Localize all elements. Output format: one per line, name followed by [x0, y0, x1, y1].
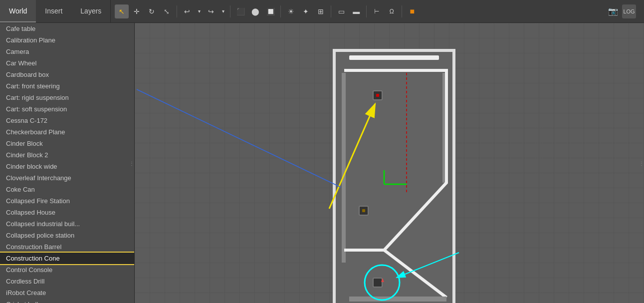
box-tool[interactable]: ⬛ — [233, 4, 247, 18]
redo-tool[interactable]: ↪ — [204, 4, 218, 18]
viewport[interactable]: ⋮ — [135, 23, 644, 303]
sidebar-item-construction-barrel[interactable]: Construction Barrel — [0, 241, 134, 253]
select-tool[interactable]: ↖ — [115, 4, 129, 18]
sidebar-item-collapsed-fire-station[interactable]: Collapsed Fire Station — [0, 195, 134, 207]
sidebar-item-cessna[interactable]: Cessna C-172 — [0, 115, 134, 126]
viewport-resize-handle[interactable]: ⋮ — [639, 160, 644, 166]
main-content: Cafe table Calibration Plane Camera Car … — [0, 23, 644, 303]
camera-button[interactable]: 📷 — [606, 4, 620, 18]
sidebar-item-coke-can[interactable]: Coke Can — [0, 184, 134, 195]
sidebar-item-camera[interactable]: Camera — [0, 46, 134, 57]
light-tool[interactable]: ✦ — [299, 4, 313, 18]
cylinder-tool[interactable]: 🔲 — [263, 4, 277, 18]
toolbar-right: 📷 LOG — [606, 4, 640, 18]
sidebar-item-cart-front[interactable]: Cart: front steering — [0, 80, 134, 92]
grid-tool[interactable]: ⊞ — [314, 4, 328, 18]
sidebar-item-irobot-create[interactable]: iRobot Create — [0, 287, 134, 299]
log-button[interactable]: LOG — [622, 4, 636, 18]
separator-1 — [177, 5, 177, 17]
tab-world[interactable]: World — [0, 0, 36, 22]
sidebar-item-cinder-block-wide[interactable]: Cinder block wide — [0, 161, 134, 172]
sidebar-item-cinder-block[interactable]: Cinder Block — [0, 138, 134, 149]
joint1-tool[interactable]: ⊢ — [370, 4, 384, 18]
undo-dropdown[interactable]: ▾ — [195, 4, 203, 18]
sidebar-item-cart-rigid[interactable]: Cart: rigid suspension — [0, 92, 134, 103]
sidebar-item-cardboard-box[interactable]: Cardboard box — [0, 69, 134, 80]
joint2-tool[interactable]: Ω — [385, 4, 399, 18]
sidebar-item-control-console[interactable]: Control Console — [0, 264, 134, 276]
move-tool[interactable]: ✛ — [130, 4, 144, 18]
sidebar-item-cart-soft[interactable]: Cart: soft suspension — [0, 103, 134, 115]
sidebar-item-cordless-drill[interactable]: Cordless Drill — [0, 276, 134, 287]
sidebar-item-collapsed-industrial[interactable]: Collapsed industrial buil... — [0, 218, 134, 230]
toolbar: ↖ ✛ ↻ ⤡ ↩ ▾ ↪ ▾ ⬛ ⬤ 🔲 ☀ ✦ ⊞ ▭ ▬ ⊢ Ω ■ 📷 … — [110, 0, 644, 22]
sphere-tool[interactable]: ⬤ — [248, 4, 262, 18]
tab-layers[interactable]: Layers — [71, 0, 110, 22]
grid-background — [135, 23, 644, 303]
tab-insert[interactable]: Insert — [36, 0, 71, 22]
sidebar: Cafe table Calibration Plane Camera Car … — [0, 23, 135, 303]
plane1-tool[interactable]: ▭ — [334, 4, 348, 18]
sidebar-item-collapsed-house[interactable]: Collapsed House — [0, 207, 134, 218]
sidebar-item-checkerboard[interactable]: Checkerboard Plane — [0, 126, 134, 138]
scale-tool[interactable]: ⤡ — [160, 4, 174, 18]
redo-dropdown[interactable]: ▾ — [219, 4, 227, 18]
sun-tool[interactable]: ☀ — [284, 4, 298, 18]
plane2-tool[interactable]: ▬ — [349, 4, 363, 18]
separator-4 — [331, 5, 331, 17]
sidebar-item-calibration-plane[interactable]: Calibration Plane — [0, 34, 134, 46]
sidebar-item-cinder-block-2[interactable]: Cinder Block 2 — [0, 149, 134, 161]
sidebar-item-cloverleaf[interactable]: Cloverleaf Interchange — [0, 172, 134, 184]
orange-tool[interactable]: ■ — [405, 4, 419, 18]
sidebar-item-car-wheel[interactable]: Car Wheel — [0, 57, 134, 69]
sidebar-item-collapsed-police[interactable]: Collapsed police station — [0, 230, 134, 241]
separator-6 — [402, 5, 402, 17]
undo-tool[interactable]: ↩ — [180, 4, 194, 18]
rotate-tool[interactable]: ↻ — [145, 4, 159, 18]
sidebar-item-construction-cone[interactable]: Construction Cone — [0, 253, 134, 264]
separator-3 — [280, 5, 281, 17]
sidebar-item-cricket-ball[interactable]: Cricket ball — [0, 299, 134, 303]
separator-5 — [366, 5, 367, 17]
separator-2 — [230, 5, 230, 17]
sidebar-item-cafe-table[interactable]: Cafe table — [0, 23, 134, 34]
top-bar: World Insert Layers ↖ ✛ ↻ ⤡ ↩ ▾ ↪ ▾ ⬛ ⬤ … — [0, 0, 644, 23]
